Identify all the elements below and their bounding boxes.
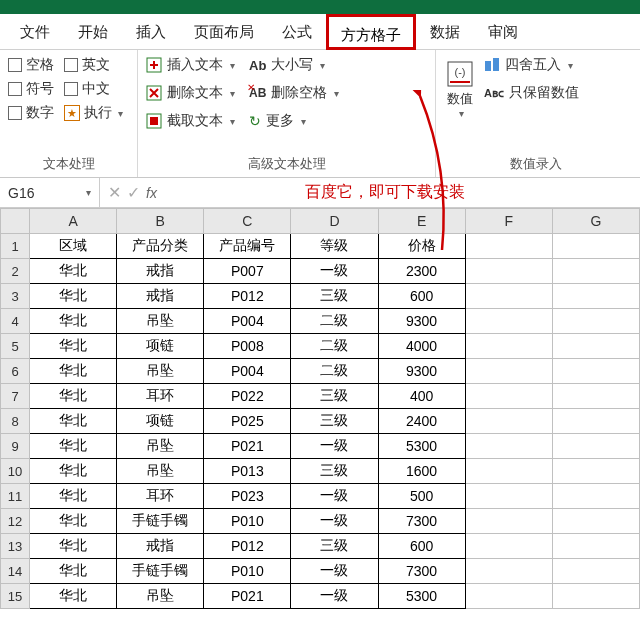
tab-file[interactable]: 文件: [6, 14, 64, 50]
btn-round[interactable]: 四舍五入▾: [484, 56, 579, 74]
cell-data[interactable]: 戒指: [117, 284, 204, 309]
cell-data[interactable]: P025: [204, 409, 291, 434]
cell-data[interactable]: 一级: [291, 434, 378, 459]
cell-empty[interactable]: [552, 384, 639, 409]
row-header-6[interactable]: 6: [1, 359, 30, 384]
row-header-12[interactable]: 12: [1, 509, 30, 534]
cell-empty[interactable]: [465, 459, 552, 484]
name-box[interactable]: G16 ▾: [0, 178, 100, 207]
cell-data[interactable]: 项链: [117, 409, 204, 434]
cell-empty[interactable]: [465, 484, 552, 509]
cell-data[interactable]: 三级: [291, 284, 378, 309]
cell-data[interactable]: 华北: [30, 509, 117, 534]
cell-empty[interactable]: [465, 334, 552, 359]
cell-empty[interactable]: [552, 234, 639, 259]
cell-data[interactable]: 华北: [30, 284, 117, 309]
cell-empty[interactable]: [552, 484, 639, 509]
btn-delete-space[interactable]: ✕AB 删除空格▾: [249, 84, 339, 102]
cell-data[interactable]: 2300: [378, 259, 465, 284]
cell-data[interactable]: 手链手镯: [117, 509, 204, 534]
cell-header[interactable]: 产品编号: [204, 234, 291, 259]
col-header-F[interactable]: F: [465, 209, 552, 234]
cell-data[interactable]: P012: [204, 284, 291, 309]
chk-number[interactable]: 数字: [8, 104, 54, 122]
cell-empty[interactable]: [465, 259, 552, 284]
cell-empty[interactable]: [552, 459, 639, 484]
cell-empty[interactable]: [552, 509, 639, 534]
cell-data[interactable]: 吊坠: [117, 434, 204, 459]
chk-chinese[interactable]: 中文: [64, 80, 123, 98]
cell-data[interactable]: 600: [378, 534, 465, 559]
cell-data[interactable]: 华北: [30, 359, 117, 384]
cell-data[interactable]: 耳环: [117, 484, 204, 509]
cell-empty[interactable]: [552, 284, 639, 309]
cell-data[interactable]: 600: [378, 284, 465, 309]
cell-data[interactable]: 一级: [291, 509, 378, 534]
cell-data[interactable]: 二级: [291, 334, 378, 359]
cell-data[interactable]: P007: [204, 259, 291, 284]
row-header-8[interactable]: 8: [1, 409, 30, 434]
cell-data[interactable]: 三级: [291, 409, 378, 434]
col-header-G[interactable]: G: [552, 209, 639, 234]
cell-data[interactable]: 吊坠: [117, 584, 204, 609]
cell-data[interactable]: 项链: [117, 334, 204, 359]
btn-insert-text[interactable]: 插入文本▾: [146, 56, 235, 74]
cell-empty[interactable]: [465, 234, 552, 259]
row-header-11[interactable]: 11: [1, 484, 30, 509]
cell-data[interactable]: P021: [204, 434, 291, 459]
col-header-E[interactable]: E: [378, 209, 465, 234]
cancel-icon[interactable]: ✕: [108, 183, 121, 202]
tab-data[interactable]: 数据: [416, 14, 474, 50]
chk-english[interactable]: 英文: [64, 56, 123, 74]
row-header-14[interactable]: 14: [1, 559, 30, 584]
cell-data[interactable]: 吊坠: [117, 359, 204, 384]
cell-empty[interactable]: [465, 534, 552, 559]
cell-data[interactable]: 7300: [378, 509, 465, 534]
cell-data[interactable]: P004: [204, 359, 291, 384]
cell-data[interactable]: 一级: [291, 584, 378, 609]
btn-cut-text[interactable]: 截取文本▾: [146, 112, 235, 130]
cell-empty[interactable]: [552, 359, 639, 384]
btn-numeric[interactable]: (-) 数值 ▾: [444, 56, 476, 123]
row-header-5[interactable]: 5: [1, 334, 30, 359]
cell-data[interactable]: 4000: [378, 334, 465, 359]
cell-data[interactable]: 1600: [378, 459, 465, 484]
cell-data[interactable]: P008: [204, 334, 291, 359]
cell-empty[interactable]: [465, 434, 552, 459]
cell-data[interactable]: 7300: [378, 559, 465, 584]
cell-data[interactable]: 一级: [291, 259, 378, 284]
cell-data[interactable]: 5300: [378, 434, 465, 459]
cell-data[interactable]: 吊坠: [117, 459, 204, 484]
cell-data[interactable]: 三级: [291, 459, 378, 484]
cell-empty[interactable]: [552, 559, 639, 584]
cell-data[interactable]: 一级: [291, 484, 378, 509]
row-header-15[interactable]: 15: [1, 584, 30, 609]
row-header-4[interactable]: 4: [1, 309, 30, 334]
btn-more[interactable]: ↻ 更多▾: [249, 112, 339, 130]
cell-data[interactable]: 华北: [30, 484, 117, 509]
cell-data[interactable]: 戒指: [117, 534, 204, 559]
cell-header[interactable]: 区域: [30, 234, 117, 259]
cell-data[interactable]: P010: [204, 509, 291, 534]
cell-data[interactable]: P022: [204, 384, 291, 409]
row-header-3[interactable]: 3: [1, 284, 30, 309]
cell-empty[interactable]: [465, 359, 552, 384]
cell-data[interactable]: 华北: [30, 459, 117, 484]
btn-delete-text[interactable]: 删除文本▾: [146, 84, 235, 102]
cell-data[interactable]: 华北: [30, 309, 117, 334]
btn-keep-numeric[interactable]: Aʙᴄ 只保留数值: [484, 84, 579, 102]
cell-empty[interactable]: [465, 409, 552, 434]
cell-empty[interactable]: [552, 409, 639, 434]
cell-data[interactable]: 华北: [30, 409, 117, 434]
chk-space[interactable]: 空格: [8, 56, 54, 74]
cell-empty[interactable]: [552, 259, 639, 284]
cell-data[interactable]: 9300: [378, 359, 465, 384]
cell-data[interactable]: 戒指: [117, 259, 204, 284]
cell-data[interactable]: P021: [204, 584, 291, 609]
fx-icon[interactable]: fx: [146, 185, 157, 201]
cell-header[interactable]: 产品分类: [117, 234, 204, 259]
tab-fangfanggezi[interactable]: 方方格子: [326, 14, 416, 50]
cell-data[interactable]: 2400: [378, 409, 465, 434]
cell-data[interactable]: P004: [204, 309, 291, 334]
cell-data[interactable]: 一级: [291, 559, 378, 584]
